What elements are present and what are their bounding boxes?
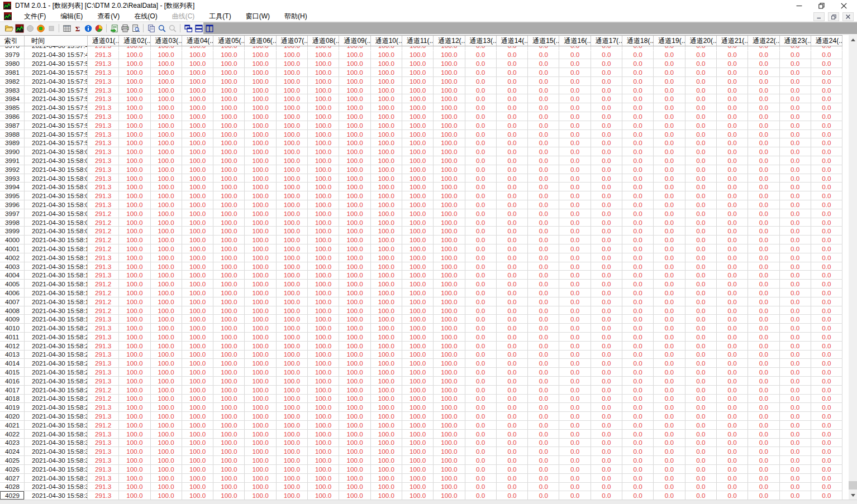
cell-channel-09[interactable]: 100.0 (339, 121, 370, 129)
cell-channel-09[interactable]: 100.0 (339, 112, 370, 121)
cell-channel-01[interactable]: 291.3 (88, 147, 119, 156)
mdi-restore-button[interactable] (828, 12, 839, 21)
cell-channel-12[interactable]: 100.0 (434, 174, 465, 183)
cell-channel-16[interactable]: 0.0 (559, 456, 591, 464)
cell-channel-14[interactable]: 0.0 (497, 324, 528, 332)
cell-channel-05[interactable]: 100.0 (213, 227, 245, 235)
cell-channel-11[interactable]: 100.0 (402, 483, 434, 491)
cell-channel-12[interactable]: 100.0 (434, 262, 465, 271)
cell-channel-06[interactable]: 100.0 (245, 430, 276, 438)
cell-channel-11[interactable]: 100.0 (402, 253, 434, 262)
cell-channel-07[interactable]: 100.0 (277, 262, 308, 271)
cell-channel-12[interactable]: 100.0 (434, 191, 465, 200)
cell-channel-09[interactable]: 100.0 (339, 474, 370, 482)
menu-view[interactable]: 查看(V) (93, 11, 124, 22)
cell-channel-09[interactable]: 100.0 (339, 315, 370, 323)
cell-index[interactable]: 4002 (0, 253, 25, 262)
cell-channel-20[interactable]: 0.0 (685, 46, 717, 50)
cell-channel-21[interactable]: 0.0 (717, 421, 748, 429)
cell-channel-11[interactable]: 100.0 (402, 271, 434, 279)
cell-channel-13[interactable]: 0.0 (465, 315, 497, 323)
cell-channel-11[interactable]: 100.0 (402, 46, 434, 50)
cell-channel-22[interactable]: 0.0 (748, 289, 779, 297)
cell-channel-15[interactable]: 0.0 (528, 483, 559, 491)
cell-channel-02[interactable]: 100.0 (119, 359, 150, 367)
cell-channel-23[interactable]: 0.0 (780, 200, 811, 209)
cell-channel-05[interactable]: 100.0 (213, 77, 245, 85)
cell-channel-20[interactable]: 0.0 (685, 112, 717, 121)
cell-channel-14[interactable]: 0.0 (497, 183, 528, 191)
cell-index[interactable]: 4013 (0, 351, 25, 359)
cell-channel-12[interactable]: 100.0 (434, 103, 465, 112)
cell-channel-17[interactable]: 0.0 (591, 121, 622, 129)
cell-channel-16[interactable]: 0.0 (559, 121, 591, 129)
cell-channel-12[interactable]: 100.0 (434, 94, 465, 103)
cell-channel-10[interactable]: 100.0 (371, 112, 402, 121)
pie-chart-button[interactable] (93, 23, 104, 33)
cell-channel-17[interactable]: 0.0 (591, 94, 622, 103)
cell-channel-05[interactable]: 100.0 (213, 430, 245, 438)
cell-channel-20[interactable]: 0.0 (685, 306, 717, 315)
cell-channel-24[interactable]: 0.0 (811, 130, 842, 138)
cell-channel-06[interactable]: 100.0 (245, 403, 276, 411)
cell-channel-20[interactable]: 0.0 (685, 430, 717, 438)
cell-channel-18[interactable]: 0.0 (622, 262, 654, 271)
cell-channel-15[interactable]: 0.0 (528, 130, 559, 138)
cell-channel-07[interactable]: 100.0 (277, 46, 308, 50)
cell-channel-03[interactable]: 100.0 (151, 112, 182, 121)
cell-channel-22[interactable]: 0.0 (748, 491, 779, 500)
cell-channel-23[interactable]: 0.0 (780, 174, 811, 183)
cell-channel-08[interactable]: 100.0 (308, 280, 339, 288)
cell-channel-15[interactable]: 0.0 (528, 244, 559, 253)
cell-channel-06[interactable]: 100.0 (245, 483, 276, 491)
cell-channel-05[interactable]: 100.0 (213, 351, 245, 359)
cell-channel-18[interactable]: 0.0 (622, 324, 654, 332)
cell-channel-02[interactable]: 100.0 (119, 324, 150, 332)
cell-channel-05[interactable]: 100.0 (213, 280, 245, 288)
cell-channel-22[interactable]: 0.0 (748, 421, 779, 429)
cell-channel-09[interactable]: 100.0 (339, 465, 370, 473)
cell-channel-12[interactable]: 100.0 (434, 46, 465, 50)
column-header-channel-07[interactable]: 通道07(... (277, 36, 308, 46)
cell-channel-11[interactable]: 100.0 (402, 315, 434, 323)
cell-channel-05[interactable]: 100.0 (213, 94, 245, 103)
cell-channel-19[interactable]: 0.0 (654, 474, 685, 482)
cell-channel-16[interactable]: 0.0 (559, 271, 591, 279)
cell-channel-08[interactable]: 100.0 (308, 200, 339, 209)
cell-channel-19[interactable]: 0.0 (654, 77, 685, 85)
cell-index[interactable]: 4014 (0, 359, 25, 367)
cell-time[interactable]: 2021-04-30 15:58:22 (25, 342, 88, 350)
cell-channel-04[interactable]: 100.0 (182, 165, 213, 174)
cell-channel-07[interactable]: 100.0 (277, 280, 308, 288)
cell-channel-24[interactable]: 0.0 (811, 227, 842, 235)
cell-channel-08[interactable]: 100.0 (308, 103, 339, 112)
cell-channel-06[interactable]: 100.0 (245, 395, 276, 403)
cell-channel-10[interactable]: 100.0 (371, 94, 402, 103)
cell-channel-08[interactable]: 100.0 (308, 86, 339, 94)
cell-channel-08[interactable]: 100.0 (308, 474, 339, 482)
cell-channel-24[interactable]: 0.0 (811, 421, 842, 429)
cell-channel-02[interactable]: 100.0 (119, 227, 150, 235)
cell-time[interactable]: 2021-04-30 15:58:20 (25, 324, 88, 332)
cell-index[interactable]: 3990 (0, 147, 25, 156)
cell-channel-18[interactable]: 0.0 (622, 59, 654, 68)
cell-channel-13[interactable]: 0.0 (465, 68, 497, 76)
cell-channel-13[interactable]: 0.0 (465, 359, 497, 367)
cell-channel-13[interactable]: 0.0 (465, 244, 497, 253)
cell-channel-12[interactable]: 100.0 (434, 403, 465, 411)
cell-channel-12[interactable]: 100.0 (434, 51, 465, 59)
cell-channel-19[interactable]: 0.0 (654, 244, 685, 253)
cell-channel-16[interactable]: 0.0 (559, 236, 591, 244)
cell-channel-10[interactable]: 100.0 (371, 156, 402, 165)
cell-channel-08[interactable]: 100.0 (308, 227, 339, 235)
cell-channel-14[interactable]: 0.0 (497, 138, 528, 147)
cell-channel-14[interactable]: 0.0 (497, 280, 528, 288)
cell-channel-15[interactable]: 0.0 (528, 333, 559, 341)
cell-channel-17[interactable]: 0.0 (591, 447, 622, 455)
cell-channel-03[interactable]: 100.0 (151, 244, 182, 253)
cell-channel-16[interactable]: 0.0 (559, 430, 591, 438)
cell-channel-21[interactable]: 0.0 (717, 200, 748, 209)
cell-channel-24[interactable]: 0.0 (811, 174, 842, 183)
cell-channel-09[interactable]: 100.0 (339, 430, 370, 438)
cell-channel-10[interactable]: 100.0 (371, 262, 402, 271)
